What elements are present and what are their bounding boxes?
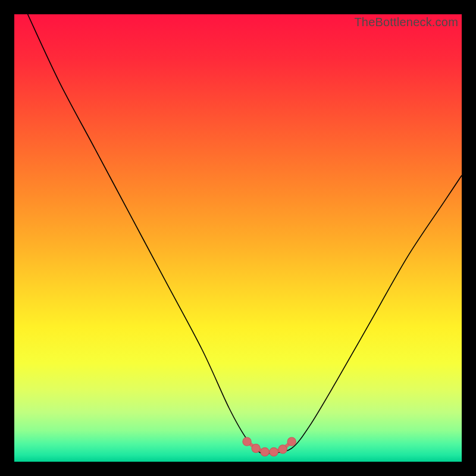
optimal-range-markers — [243, 437, 296, 456]
optimal-marker — [261, 447, 269, 456]
bottleneck-curve — [28, 14, 462, 454]
optimal-marker — [278, 445, 287, 453]
optimal-marker — [287, 437, 296, 446]
optimal-marker — [252, 444, 260, 452]
curve-layer — [14, 14, 462, 462]
chart-frame: TheBottleneck.com — [0, 0, 476, 476]
plot-area: TheBottleneck.com — [14, 14, 462, 462]
optimal-marker — [243, 437, 251, 446]
optimal-marker — [270, 447, 278, 456]
